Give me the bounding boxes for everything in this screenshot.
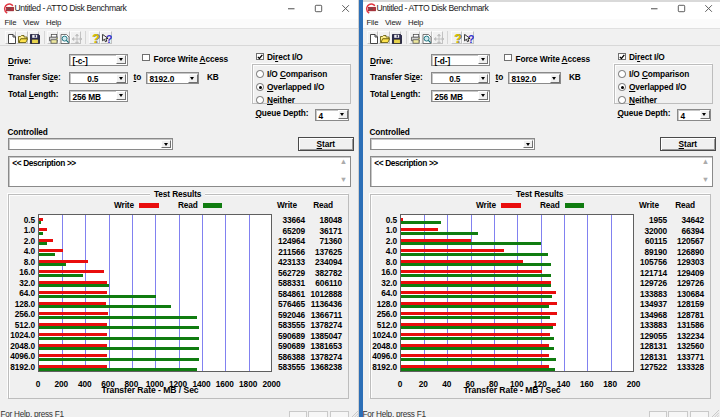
svg-text:?: ? [92,34,99,44]
svg-text:?: ? [454,34,461,44]
